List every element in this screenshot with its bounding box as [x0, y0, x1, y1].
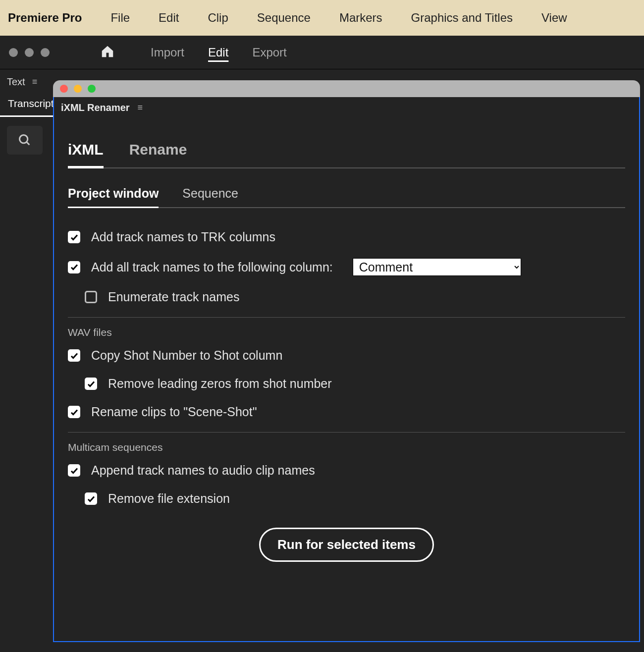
label-enumerate: Enumerate track names [108, 290, 239, 304]
app-name: Premiere Pro [8, 11, 82, 25]
window-controls[interactable] [9, 48, 50, 57]
svg-point-0 [20, 135, 28, 143]
checkbox-add-all[interactable] [68, 261, 80, 273]
checkbox-rename-clips[interactable] [68, 406, 80, 418]
tab-import[interactable]: Import [151, 46, 184, 59]
panel-title: Text [7, 76, 25, 88]
menu-edit[interactable]: Edit [159, 11, 179, 25]
maximize-icon[interactable] [88, 85, 96, 93]
workspace-tabs: Import Edit Export [151, 46, 287, 59]
section-wav: WAV files [68, 326, 625, 338]
ixml-renamer-window: iXML Renamer ≡ iXML Rename Project windo… [53, 80, 640, 642]
panel-menu-icon[interactable]: ≡ [32, 77, 40, 87]
label-append-track: Append track names to audio clip names [91, 463, 315, 478]
label-add-trk: Add track names to TRK columns [91, 230, 275, 244]
label-remove-zeros: Remove leading zeros from shot number [108, 377, 332, 391]
window-dot[interactable] [9, 48, 18, 57]
dialog-titlebar [53, 80, 640, 97]
tab-transcript[interactable]: Transcript [0, 93, 62, 117]
tab-rename[interactable]: Rename [129, 131, 187, 167]
section-multicam: Multicam sequences [68, 441, 625, 453]
label-remove-ext: Remove file extension [108, 491, 230, 506]
label-rename-clips: Rename clips to "Scene-Shot" [91, 405, 257, 419]
tab-ixml[interactable]: iXML [68, 131, 104, 168]
window-dot[interactable] [25, 48, 34, 57]
tab-export[interactable]: Export [252, 46, 286, 59]
checkbox-enumerate[interactable] [85, 291, 97, 303]
menu-view[interactable]: View [541, 11, 567, 25]
close-icon[interactable] [60, 85, 68, 93]
home-icon[interactable] [99, 44, 116, 61]
search-input[interactable] [7, 126, 43, 155]
label-copy-shot: Copy Shot Number to Shot column [91, 348, 282, 363]
label-add-all: Add all track names to the following col… [91, 260, 333, 274]
window-dot[interactable] [41, 48, 50, 57]
checkbox-remove-ext[interactable] [85, 492, 97, 505]
minimize-icon[interactable] [74, 85, 82, 93]
checkbox-add-trk[interactable] [68, 231, 80, 243]
app-chrome: Import Edit Export [0, 36, 644, 69]
os-menubar: Premiere Pro File Edit Clip Sequence Mar… [0, 0, 644, 36]
panel-menu-icon[interactable]: ≡ [138, 103, 145, 113]
svg-line-1 [27, 142, 30, 145]
menu-sequence[interactable]: Sequence [257, 11, 311, 25]
dialog-title: iXML Renamer [61, 102, 130, 113]
menu-markers[interactable]: Markers [339, 11, 382, 25]
tab-project-window[interactable]: Project window [68, 186, 159, 208]
secondary-tabs: Project window Sequence [68, 186, 625, 208]
primary-tabs: iXML Rename [68, 131, 625, 168]
column-select[interactable]: Comment [353, 258, 521, 276]
checkbox-copy-shot[interactable] [68, 349, 80, 362]
checkbox-append-track[interactable] [68, 464, 80, 477]
menu-clip[interactable]: Clip [208, 11, 228, 25]
divider [68, 432, 625, 433]
checkbox-remove-zeros[interactable] [85, 378, 97, 390]
menu-file[interactable]: File [110, 11, 130, 25]
divider [68, 317, 625, 318]
tab-edit[interactable]: Edit [208, 46, 228, 59]
menu-graphics-titles[interactable]: Graphics and Titles [411, 11, 513, 25]
tab-sequence[interactable]: Sequence [182, 186, 238, 207]
run-button[interactable]: Run for selected items [259, 528, 434, 562]
